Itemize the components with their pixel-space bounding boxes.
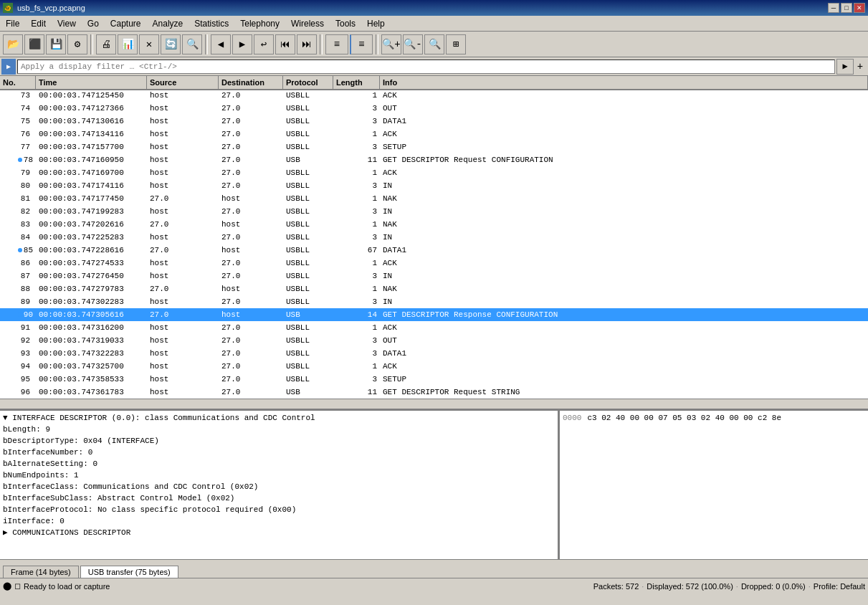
table-row[interactable]: 9100:00:03.747316200host27.0USBLL1ACK bbox=[0, 321, 868, 334]
tb-reload[interactable]: 🔄 bbox=[161, 34, 181, 54]
col-header-length[interactable]: Length bbox=[333, 76, 380, 89]
tb-next[interactable]: ▶ bbox=[232, 34, 252, 54]
packet-info-cell: IN bbox=[380, 297, 868, 306]
packet-time-cell: 00:00:03.747302283 bbox=[36, 297, 147, 306]
table-row[interactable]: 9200:00:03.747319033host27.0USBLL3OUT bbox=[0, 334, 868, 347]
tb-open-file[interactable]: 📂 bbox=[3, 34, 23, 54]
packet-dst-cell: 27.0 bbox=[219, 91, 283, 100]
tb-print[interactable]: 🖨 bbox=[96, 34, 116, 54]
packet-info-cell: GET DESCRIPTOR Request STRING bbox=[380, 388, 868, 396]
tb-find[interactable]: 🔍 bbox=[182, 34, 202, 54]
table-row[interactable]: 8600:00:03.747274533host27.0USBLL1ACK bbox=[0, 257, 868, 270]
menu-help[interactable]: Help bbox=[361, 16, 391, 31]
maximize-button[interactable]: □ bbox=[841, 3, 852, 13]
table-row[interactable]: 9600:00:03.747361783host27.0USB11GET DES… bbox=[0, 386, 868, 399]
col-header-info[interactable]: Info bbox=[380, 76, 868, 89]
col-header-destination[interactable]: Destination bbox=[219, 76, 283, 89]
packet-proto-cell: USBLL bbox=[283, 194, 333, 203]
table-row[interactable]: 7300:00:03.747125450host27.0USBLL1ACK bbox=[0, 90, 868, 102]
tb-colorize[interactable]: ≡ bbox=[325, 34, 348, 54]
col-header-source[interactable]: Source bbox=[147, 76, 219, 89]
table-row[interactable]: 7700:00:03.747157700host27.0USBLL3SETUP bbox=[0, 140, 868, 153]
table-row[interactable]: 7800:00:03.747160950host27.0USB11GET DES… bbox=[0, 153, 868, 166]
packet-dst-cell: 27.0 bbox=[219, 168, 283, 177]
col-header-time[interactable]: Time bbox=[36, 76, 147, 89]
table-row[interactable]: 9300:00:03.747322283host27.0USBLL3DATA1 bbox=[0, 347, 868, 360]
tb-undo[interactable]: ↩ bbox=[254, 34, 274, 54]
tb-zoom-out[interactable]: 🔍- bbox=[403, 34, 423, 54]
tab-frame[interactable]: Frame (14 bytes) bbox=[3, 566, 79, 578]
packet-proto-cell: USBLL bbox=[283, 168, 333, 177]
tb-options[interactable]: ⚙ bbox=[67, 34, 87, 54]
packet-proto-cell: USBLL bbox=[283, 272, 333, 280]
table-row[interactable]: 8300:00:03.74720261627.0hostUSBLL1NAK bbox=[0, 218, 868, 231]
packet-info-cell: IN bbox=[380, 207, 868, 216]
table-row[interactable]: 7500:00:03.747130616host27.0USBLL3DATA1 bbox=[0, 115, 868, 128]
packet-src-cell: host bbox=[147, 336, 219, 345]
tb-prev[interactable]: ◀ bbox=[211, 34, 231, 54]
filter-bar: ▶ ▶ + bbox=[0, 57, 868, 76]
menu-analyze[interactable]: Analyze bbox=[147, 16, 189, 31]
tb-save-file[interactable]: 💾 bbox=[46, 34, 66, 54]
filter-arrow-button[interactable]: ▶ bbox=[836, 59, 854, 75]
packet-src-cell: 27.0 bbox=[147, 194, 219, 203]
tb-layout[interactable]: ⊞ bbox=[446, 34, 466, 54]
tab-usb-transfer[interactable]: USB transfer (75 bytes) bbox=[80, 566, 178, 578]
table-row[interactable]: 8400:00:03.747225283host27.0USBLL3IN bbox=[0, 231, 868, 244]
menu-capture[interactable]: Capture bbox=[105, 16, 147, 31]
col-header-no[interactable]: No. bbox=[0, 76, 36, 89]
tb-zoom-reset[interactable]: 🔍 bbox=[424, 34, 444, 54]
tb-close-file[interactable]: ⬛ bbox=[24, 34, 44, 54]
menu-view[interactable]: View bbox=[52, 16, 82, 31]
table-row[interactable]: 9400:00:03.747325700host27.0USBLL1ACK bbox=[0, 360, 868, 373]
close-button[interactable]: ✕ bbox=[854, 3, 865, 13]
table-row[interactable]: 8800:00:03.74727978327.0hostUSBLL1NAK bbox=[0, 282, 868, 295]
filter-input[interactable] bbox=[17, 59, 835, 74]
packet-time-cell: 00:00:03.747316200 bbox=[36, 323, 147, 332]
packet-info-cell: ACK bbox=[380, 323, 868, 332]
packet-info-cell: GET DESCRIPTOR Response CONFIGURATION bbox=[380, 310, 868, 319]
minimize-button[interactable]: ─ bbox=[828, 3, 839, 13]
packet-len-cell: 3 bbox=[333, 375, 380, 384]
packet-no-cell: 73 bbox=[0, 91, 36, 100]
tb-clear[interactable]: ✕ bbox=[139, 34, 159, 54]
tb-zoom-in[interactable]: 🔍+ bbox=[381, 34, 401, 54]
packet-len-cell: 1 bbox=[333, 194, 380, 203]
menu-wireless[interactable]: Wireless bbox=[285, 16, 330, 31]
packet-len-cell: 1 bbox=[333, 259, 380, 267]
packet-proto-cell: USBLL bbox=[283, 349, 333, 358]
table-row[interactable]: 7400:00:03.747127366host27.0USBLL3OUT bbox=[0, 102, 868, 115]
packet-hscroll[interactable] bbox=[0, 399, 868, 409]
table-row[interactable]: 9000:00:03.74730561627.0hostUSB14GET DES… bbox=[0, 308, 868, 321]
packet-no-cell: 78 bbox=[0, 156, 36, 164]
packet-list-header: No. Time Source Destination Protocol Len… bbox=[0, 76, 868, 90]
tb-first[interactable]: ⏮ bbox=[275, 34, 295, 54]
table-row[interactable]: 8100:00:03.74717745027.0hostUSBLL1NAK bbox=[0, 192, 868, 205]
tb-autoscroll[interactable]: ≡ bbox=[350, 34, 373, 54]
filter-plus-button[interactable]: + bbox=[854, 59, 867, 75]
packet-src-cell: host bbox=[147, 181, 219, 190]
table-row[interactable]: 7600:00:03.747134116host27.0USBLL1ACK bbox=[0, 128, 868, 140]
table-row[interactable]: 8700:00:03.747276450host27.0USBLL3IN bbox=[0, 270, 868, 282]
detail-line: bNumEndpoints: 1 bbox=[3, 470, 555, 481]
tb-stats[interactable]: 📊 bbox=[118, 34, 138, 54]
tb-last[interactable]: ⏭ bbox=[297, 34, 317, 54]
table-row[interactable]: 8000:00:03.747174116host27.0USBLL3IN bbox=[0, 179, 868, 192]
menu-tools[interactable]: Tools bbox=[330, 16, 361, 31]
packet-src-cell: host bbox=[147, 362, 219, 371]
status-packets: Packets: 572 bbox=[593, 582, 639, 591]
menu-statistics[interactable]: Statistics bbox=[189, 16, 234, 31]
table-row[interactable]: 9500:00:03.747358533host27.0USBLL3SETUP bbox=[0, 373, 868, 386]
detail-line: bInterfaceNumber: 0 bbox=[3, 447, 555, 458]
table-row[interactable]: 8200:00:03.747199283host27.0USBLL3IN bbox=[0, 205, 868, 218]
menu-edit[interactable]: Edit bbox=[25, 16, 52, 31]
menu-go[interactable]: Go bbox=[82, 16, 105, 31]
toolbar: 📂 ⬛ 💾 ⚙ 🖨 📊 ✕ 🔄 🔍 ◀ ▶ ↩ ⏮ ⏭ ≡ ≡ 🔍+ 🔍- 🔍 … bbox=[0, 32, 868, 57]
menu-file[interactable]: File bbox=[0, 16, 25, 31]
table-row[interactable]: 7900:00:03.747169700host27.0USBLL1ACK bbox=[0, 166, 868, 179]
col-header-protocol[interactable]: Protocol bbox=[283, 76, 333, 89]
table-row[interactable]: 8500:00:03.74722861627.0hostUSBLL67DATA1 bbox=[0, 244, 868, 257]
menu-telephony[interactable]: Telephony bbox=[234, 16, 285, 31]
packet-no-cell: 96 bbox=[0, 388, 36, 396]
table-row[interactable]: 8900:00:03.747302283host27.0USBLL3IN bbox=[0, 295, 868, 308]
